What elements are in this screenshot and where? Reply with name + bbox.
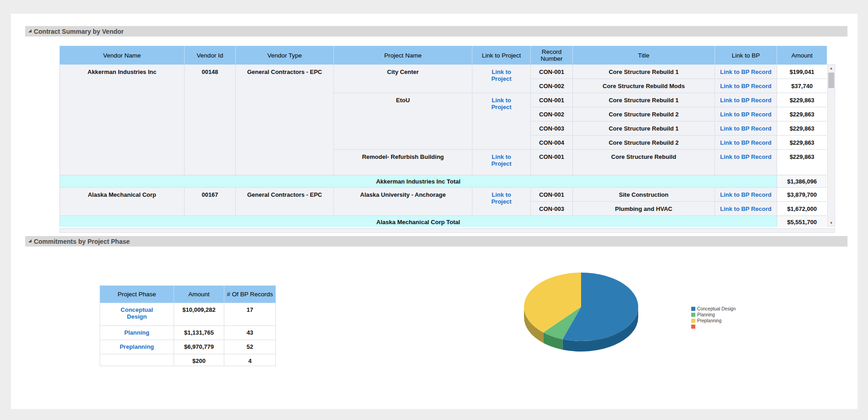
vendor-id-cell: 00167 (185, 188, 236, 216)
phase-table-row: Planning$1,131,76543 (100, 326, 276, 340)
link-to-bp-cell: Link to BP Record (715, 202, 777, 216)
legend-item (691, 324, 736, 330)
vendor-total-label: Alaska Mechanical Corp Total (60, 216, 777, 227)
column-header: Amount (777, 46, 827, 65)
collapse-triangle-icon: ◢ (28, 239, 32, 243)
bp-records-cell: 17 (224, 303, 276, 326)
vendor-type-cell: General Contractors - EPC (236, 65, 334, 175)
phase-table: Project PhaseAmount# Of BP Records Conce… (100, 285, 276, 366)
contract-summary-table: Vendor NameVendor IdVendor TypeProject N… (59, 46, 827, 227)
legend-item: Preplanning (691, 318, 736, 324)
column-header: Record Number (531, 46, 573, 65)
link-to-bp-record-link[interactable]: Link to BP Record (720, 68, 771, 75)
record-number-cell: CON-003 (531, 121, 573, 136)
amount-cell: $229,863 (777, 121, 827, 136)
link-to-bp-record-link[interactable]: Link to BP Record (720, 205, 771, 212)
phase-cell: Conceptual Design (100, 303, 174, 326)
dashboard-screen: { "icons": { "collapse": "◢", "scroll_up… (0, 0, 868, 420)
legend-color-chip (691, 313, 695, 317)
phase-amount-cell: $6,970,779 (174, 340, 224, 354)
column-header: Vendor Id (185, 46, 236, 65)
link-to-bp-record-link[interactable]: Link to BP Record (720, 153, 771, 160)
link-to-project-cell: Link to Project (472, 150, 531, 175)
link-to-bp-record-link[interactable]: Link to BP Record (720, 111, 771, 118)
phase-link[interactable]: Conceptual Design (116, 306, 158, 320)
section-title-contract-summary: Contract Summary by Vendor (34, 28, 124, 35)
legend-color-chip (691, 307, 695, 311)
legend-item: Planning (691, 312, 736, 318)
title-cell: Plumbing and HVAC (573, 202, 715, 216)
legend-label: Planning (697, 313, 715, 317)
link-to-project-link[interactable]: Link to Project (487, 191, 517, 205)
column-header: Vendor Name (60, 46, 185, 65)
link-to-bp-cell: Link to BP Record (715, 150, 777, 175)
column-header: Amount (174, 286, 224, 303)
legend-label: Preplanning (697, 319, 721, 323)
phase-link[interactable]: Preplanning (116, 343, 158, 350)
phase-amount-cell: $1,131,765 (174, 326, 224, 340)
phase-cell (100, 354, 174, 366)
amount-cell: $1,672,000 (777, 202, 827, 216)
phase-table-wrap: Project PhaseAmount# Of BP Records Conce… (100, 285, 276, 366)
table-row: Akkerman Industries Inc00148General Cont… (60, 65, 827, 79)
phase-cell: Planning (100, 326, 174, 340)
phase-table-row: $2004 (100, 354, 276, 366)
amount-cell: $229,863 (777, 107, 827, 121)
phase-table-row: Preplanning$6,970,77952 (100, 340, 276, 354)
horizontal-scrollbar[interactable] (59, 228, 835, 233)
link-to-project-cell: Link to Project (472, 188, 531, 216)
record-number-cell: CON-002 (531, 107, 573, 121)
link-to-bp-record-link[interactable]: Link to BP Record (720, 97, 771, 104)
link-to-bp-record-link[interactable]: Link to BP Record (720, 139, 771, 146)
title-cell: Core Structure Rebuild (573, 150, 715, 175)
link-to-bp-cell: Link to BP Record (715, 93, 777, 107)
phase-table-header-row: Project PhaseAmount# Of BP Records (100, 286, 276, 303)
title-cell: Core Structure Rebuild Mods (573, 79, 715, 93)
project-name-cell: EtoU (334, 93, 472, 150)
contract-summary-table-viewport[interactable]: Vendor NameVendor IdVendor TypeProject N… (59, 46, 827, 227)
link-to-bp-cell: Link to BP Record (715, 65, 777, 79)
phase-amount-cell: $200 (174, 354, 224, 366)
link-to-project-link[interactable]: Link to Project (487, 68, 517, 82)
link-to-bp-record-link[interactable]: Link to BP Record (720, 83, 771, 89)
link-to-project-link[interactable]: Link to Project (487, 97, 517, 110)
vendor-total-row: Akkerman Industries Inc Total$1,386,096 (60, 175, 827, 188)
column-header: Project Phase (100, 286, 174, 303)
record-number-cell: CON-003 (531, 202, 573, 216)
contract-summary-header-row: Vendor NameVendor IdVendor TypeProject N… (60, 46, 827, 65)
amount-cell: $199,041 (777, 65, 827, 79)
bp-records-cell: 52 (224, 340, 276, 354)
vertical-scrollbar[interactable]: ▲ ▼ (827, 64, 835, 227)
section-header-contract-summary[interactable]: ◢ Contract Summary by Vendor (25, 26, 847, 37)
vendor-total-amount: $5,551,700 (777, 216, 827, 227)
pie-chart-legend: Conceptual DesignPlanningPreplanning (691, 306, 736, 330)
section-header-commitments[interactable]: ◢ Commitments by Project Phase (25, 236, 847, 247)
collapse-triangle-icon: ◢ (28, 29, 32, 33)
scroll-down-icon[interactable]: ▼ (828, 220, 835, 226)
link-to-bp-cell: Link to BP Record (715, 79, 777, 93)
project-name-cell: Alaska University - Anchorage (334, 188, 472, 216)
title-cell: Core Structure Rebuild 1 (573, 93, 715, 107)
title-cell: Core Structure Rebuild 1 (573, 121, 715, 136)
column-header: Title (573, 46, 715, 65)
link-to-project-cell: Link to Project (472, 65, 531, 93)
scroll-up-icon[interactable]: ▲ (828, 65, 835, 72)
link-to-bp-record-link[interactable]: Link to BP Record (720, 125, 771, 132)
record-number-cell: CON-004 (531, 136, 573, 150)
record-number-cell: CON-001 (531, 150, 573, 175)
phase-link[interactable]: Planning (116, 329, 158, 336)
column-header: Link to Project (472, 46, 531, 65)
amount-cell: $229,863 (777, 136, 827, 150)
phase-cell: Preplanning (100, 340, 174, 354)
project-name-cell: City Center (334, 65, 472, 93)
column-header: Link to BP (715, 46, 777, 65)
phase-table-row: Conceptual Design$10,009,28217 (100, 303, 276, 326)
title-cell: Core Structure Rebuild 2 (573, 107, 715, 121)
column-header: # Of BP Records (224, 286, 276, 303)
link-to-bp-record-link[interactable]: Link to BP Record (720, 191, 771, 198)
scrollbar-thumb[interactable] (828, 73, 834, 88)
record-number-cell: CON-001 (531, 188, 573, 202)
link-to-bp-cell: Link to BP Record (715, 188, 777, 202)
link-to-project-link[interactable]: Link to Project (487, 153, 517, 167)
pie-chart-svg (518, 267, 664, 368)
